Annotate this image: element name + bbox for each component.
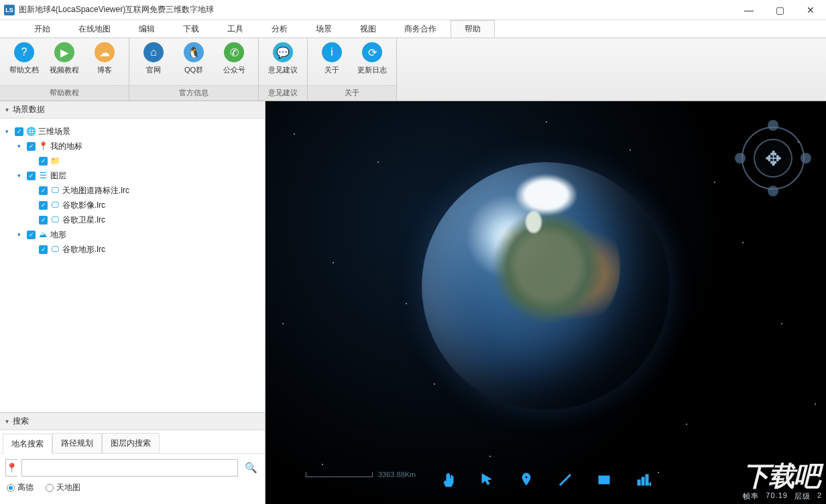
tree-leaf[interactable]: 谷歌地形.lrc: [62, 242, 105, 257]
node-root[interactable]: 三维场景: [38, 124, 70, 139]
ribbon-icon: 💬: [273, 42, 293, 62]
ribbon-label: 帮助文档: [4, 65, 44, 75]
blog-button[interactable]: ☁博客: [84, 41, 125, 75]
tree-leaf[interactable]: 天地图道路标注.lrc: [62, 183, 129, 198]
sidebar: ▾ 场景数据 ▾ ✓ 🌐 三维场景 ▾ ✓: [0, 101, 266, 504]
menu-工具[interactable]: 工具: [213, 20, 257, 38]
earth-viewer[interactable]: ✥ 3363.88Km + 帧率 70.19 层级 2 下载吧: [266, 101, 826, 504]
close-button[interactable]: ✕: [795, 0, 826, 20]
place-search-input[interactable]: [21, 459, 238, 477]
search-tab[interactable]: 地名搜索: [3, 434, 52, 454]
checkbox[interactable]: ✓: [39, 201, 48, 210]
wechat-button[interactable]: ✆公众号: [214, 41, 254, 75]
menu-分析[interactable]: 分析: [257, 20, 302, 38]
collapse-icon[interactable]: ▾: [5, 106, 9, 113]
ribbon-group-name: 官方信息: [129, 85, 258, 101]
status-bar: 帧率 70.19 层级 2: [743, 491, 822, 501]
titlebar: LS 图新地球4(LocaSpaceViewer)互联网免费三维数字地球 — ▢…: [0, 0, 826, 20]
monitor-icon: 🖵: [50, 198, 60, 212]
pointer-tool-button[interactable]: [478, 470, 497, 489]
expand-icon[interactable]: ▾: [17, 227, 24, 242]
folder-icon: 📁: [50, 153, 60, 168]
location-icon: 📍: [5, 459, 17, 477]
search-tab[interactable]: 路径规划: [52, 433, 102, 453]
menu-编辑[interactable]: 编辑: [125, 20, 169, 38]
bars-tool-button[interactable]: +: [634, 470, 652, 489]
help-doc-button[interactable]: ?帮助文档: [4, 41, 44, 75]
compass-node[interactable]: [768, 120, 778, 131]
menu-在线地图[interactable]: 在线地图: [64, 20, 125, 38]
scale-bar: 3363.88Km: [306, 470, 416, 479]
menu-开始[interactable]: 开始: [20, 20, 64, 38]
node-my-marks[interactable]: 我的地标: [50, 139, 82, 153]
compass-node[interactable]: [768, 186, 778, 196]
changelog-button[interactable]: ⟳更新日志: [352, 41, 392, 75]
website-button[interactable]: ⌂官网: [133, 41, 174, 75]
checkbox[interactable]: ✓: [27, 172, 36, 180]
checkbox[interactable]: ✓: [27, 142, 36, 151]
rect-tool-button[interactable]: [595, 470, 613, 489]
ribbon-label: 公众号: [214, 65, 254, 75]
video-tutorial-button[interactable]: ▶视频教程: [44, 41, 84, 75]
menu-商务合作[interactable]: 商务合作: [390, 20, 451, 38]
ribbon-icon: ✆: [224, 42, 244, 62]
about-button[interactable]: i关于: [312, 41, 352, 75]
line-tool-button[interactable]: [556, 470, 575, 489]
ribbon-group: 💬意见建议意见建议: [259, 38, 308, 101]
menu-场景[interactable]: 场景: [302, 20, 346, 38]
ribbon-group-name: 意见建议: [259, 85, 307, 101]
search-button[interactable]: 🔍: [242, 459, 259, 477]
provider-radios: 高德天地图: [5, 477, 259, 499]
checkbox[interactable]: ✓: [39, 245, 48, 254]
compass-node[interactable]: [735, 153, 746, 164]
expand-icon[interactable]: ▾: [17, 139, 24, 153]
qq-group-button[interactable]: 🐧QQ群: [174, 41, 214, 75]
scene-tree: ▾ ✓ 🌐 三维场景 ▾ ✓ 📍 我的地标: [0, 119, 265, 412]
scene-panel-title: 场景数据: [13, 104, 45, 115]
compass-node[interactable]: [801, 153, 811, 164]
checkbox[interactable]: ✓: [39, 216, 48, 225]
svg-rect-2: [638, 480, 640, 485]
search-tab[interactable]: 图层内搜索: [102, 433, 160, 453]
scale-label: 3363.88Km: [378, 470, 416, 479]
provider-radio[interactable]: 天地图: [46, 482, 80, 493]
collapse-icon[interactable]: ▾: [5, 418, 9, 425]
checkbox[interactable]: ✓: [39, 157, 48, 166]
checkbox[interactable]: ✓: [39, 186, 48, 195]
search-panel-header: ▾ 搜索: [0, 413, 265, 430]
ribbon-icon: ▶: [54, 42, 74, 62]
menubar: 开始在线地图编辑下载工具分析场景视图商务合作帮助: [0, 20, 826, 38]
ribbon-group: ⌂官网🐧QQ群✆公众号官方信息: [129, 38, 259, 101]
expand-icon[interactable]: ▾: [17, 168, 24, 183]
maximize-button[interactable]: ▢: [764, 0, 795, 20]
pan-tool-button[interactable]: [439, 470, 458, 489]
menu-下载[interactable]: 下载: [169, 20, 213, 38]
earth-globe[interactable]: [422, 162, 670, 410]
menu-视图[interactable]: 视图: [346, 20, 390, 38]
nav-compass[interactable]: ✥: [736, 121, 810, 195]
pan-arrows-icon[interactable]: ✥: [765, 147, 782, 170]
checkbox[interactable]: ✓: [27, 231, 36, 239]
tree-leaf[interactable]: 谷歌影像.lrc: [62, 198, 105, 212]
expand-icon[interactable]: ▾: [5, 124, 12, 139]
minimize-button[interactable]: —: [733, 0, 764, 20]
ribbon-label: 博客: [84, 65, 125, 75]
radio-label: 高德: [17, 482, 34, 493]
node-terrain[interactable]: 地形: [50, 227, 66, 242]
search-panel: ▾ 搜索 地名搜索路径规划图层内搜索 📍 🔍 高德天地图: [0, 412, 265, 504]
pin-icon: 📍: [38, 139, 48, 153]
provider-radio[interactable]: 高德: [7, 482, 34, 493]
level-value: 2: [817, 491, 822, 501]
search-tabs: 地名搜索路径规划图层内搜索: [0, 430, 265, 454]
app-icon: LS: [4, 5, 15, 15]
tree-leaf[interactable]: 谷歌卫星.lrc: [62, 212, 105, 227]
ribbon-label: 更新日志: [352, 65, 392, 75]
feedback-button[interactable]: 💬意见建议: [263, 41, 303, 75]
node-layers[interactable]: 图层: [50, 168, 66, 183]
ribbon-icon: ?: [14, 42, 34, 62]
menu-帮助[interactable]: 帮助: [451, 20, 495, 38]
checkbox[interactable]: ✓: [15, 127, 23, 136]
ribbon-group: ?帮助文档▶视频教程☁博客帮助教程: [0, 38, 129, 101]
marker-tool-button[interactable]: [517, 470, 536, 489]
ribbon-group: i关于⟳更新日志关于: [308, 38, 397, 101]
